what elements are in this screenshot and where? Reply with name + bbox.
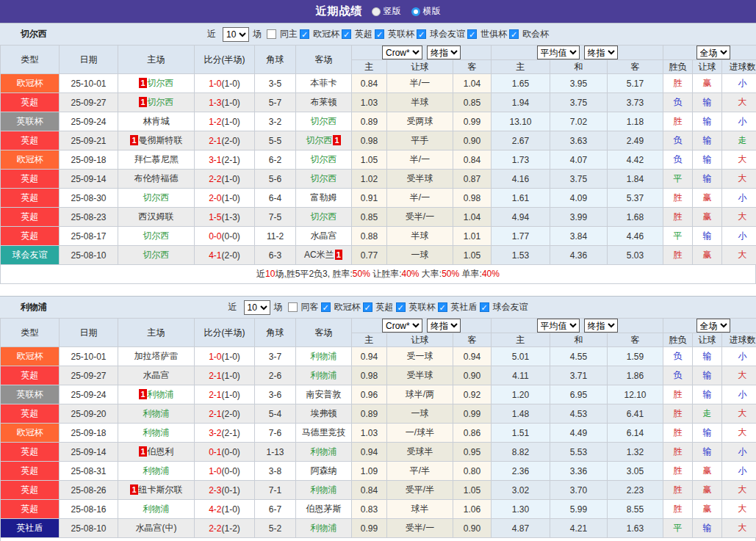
home-team-name[interactable]: 切尔西: [143, 230, 170, 241]
result-outcome: 胜: [663, 112, 693, 131]
home-team-name[interactable]: 切尔西: [143, 250, 170, 260]
away-team-name[interactable]: 切尔西: [311, 211, 337, 222]
odds-home: 1.03: [352, 93, 387, 112]
sub-col-header: 胜负: [663, 60, 693, 74]
home-team-name[interactable]: 加拉塔萨雷: [134, 351, 179, 361]
league-checkbox[interactable]: ✓: [321, 302, 331, 312]
away-team-name[interactable]: 利物浦: [311, 351, 337, 361]
odds-provider-select[interactable]: Crow*: [382, 319, 422, 333]
league-filter[interactable]: ✓英联杯: [375, 28, 414, 40]
radio-unselected-icon[interactable]: [411, 7, 420, 16]
home-team-name[interactable]: 利物浦: [148, 389, 174, 399]
home-team-name[interactable]: 利物浦: [143, 504, 170, 514]
away-team-name[interactable]: 利物浦: [311, 370, 337, 380]
away-team-name[interactable]: 切尔西: [311, 154, 337, 164]
league-filter[interactable]: ✓欧冠杯: [300, 28, 339, 40]
league-checkbox[interactable]: ✓: [467, 29, 477, 39]
home-team-name[interactable]: 西汉姆联: [139, 211, 174, 222]
away-team-name[interactable]: 布莱顿: [311, 97, 337, 107]
away-team: 切尔西1: [296, 131, 352, 150]
odds-provider-select[interactable]: Crow*: [382, 46, 422, 59]
league-filter[interactable]: ✓英超: [342, 28, 372, 40]
layout-radio-vertical[interactable]: 竖版: [372, 5, 401, 18]
away-team-name[interactable]: 利物浦: [311, 484, 337, 495]
corner-count: 3-7: [255, 347, 296, 366]
away-team-name[interactable]: 水晶宫: [311, 230, 337, 241]
avg-type-select[interactable]: 平均值: [537, 46, 580, 59]
league-filter[interactable]: ✓欧会杯: [509, 28, 549, 40]
avg-time-select[interactable]: 终指: [584, 46, 618, 59]
league-filter[interactable]: ✓英联杯: [396, 301, 436, 313]
league-checkbox[interactable]: ✓: [417, 29, 426, 39]
home-team-name[interactable]: 曼彻斯特联: [139, 135, 183, 145]
home-team-name[interactable]: 水晶宫(中): [136, 523, 177, 533]
league-filter[interactable]: ✓球会友谊: [417, 28, 465, 40]
league-filter[interactable]: ✓英超: [363, 301, 394, 313]
away-team-name[interactable]: 切尔西: [311, 116, 337, 126]
home-team-name[interactable]: 林肯城: [143, 116, 170, 126]
away-team-name[interactable]: 利物浦: [311, 523, 337, 533]
result-outcome: 负: [663, 150, 693, 170]
avg-type-select[interactable]: 平均值: [537, 319, 580, 333]
odds-time-select[interactable]: 终指: [427, 319, 461, 333]
league-checkbox[interactable]: ✓: [396, 302, 406, 312]
league-checkbox[interactable]: ✓: [375, 29, 384, 39]
avg-home: 1.51: [492, 424, 550, 443]
layout-radio-horizontal[interactable]: 横版: [411, 5, 441, 18]
near-label: 近: [228, 301, 237, 313]
away-team: 南安普敦: [296, 385, 352, 404]
league-checkbox[interactable]: ✓: [342, 29, 351, 39]
home-team-name[interactable]: 利物浦: [143, 408, 170, 418]
home-team-name[interactable]: 纽卡斯尔联: [139, 484, 183, 495]
same-venue-filter[interactable]: 同主: [267, 28, 298, 40]
league-filter[interactable]: ✓球会友谊: [480, 301, 528, 313]
away-team-name[interactable]: 利物浦: [311, 446, 337, 457]
match-count-select[interactable]: 10: [244, 300, 270, 315]
odds-home: 0.83: [352, 500, 387, 519]
result-goals: 小: [722, 189, 756, 208]
away-team-name[interactable]: AC米兰: [304, 250, 334, 260]
league-checkbox[interactable]: ✓: [438, 302, 447, 312]
full-score: 2-2: [209, 523, 221, 534]
odds-handicap: 半/一: [387, 189, 453, 208]
half-score: (1-0): [222, 371, 240, 381]
away-team-name[interactable]: 本菲卡: [311, 78, 337, 88]
league-checkbox[interactable]: ✓: [480, 302, 489, 312]
home-team-name[interactable]: 布伦特福德: [134, 173, 179, 184]
home-team-name[interactable]: 拜仁慕尼黑: [134, 154, 179, 164]
score: 1-3(1-0): [195, 93, 255, 112]
away-team-name[interactable]: 阿森纳: [311, 465, 337, 476]
same-venue-filter[interactable]: 同客: [288, 301, 319, 313]
home-team-name[interactable]: 切尔西: [148, 97, 174, 107]
away-team-name[interactable]: 伯恩茅斯: [306, 504, 342, 514]
league-filter[interactable]: ✓世俱杯: [467, 28, 507, 40]
avg-home: 4.11: [492, 366, 550, 385]
away-team-name[interactable]: 埃弗顿: [311, 408, 337, 418]
home-team-name[interactable]: 切尔西: [143, 192, 170, 203]
home-team-name[interactable]: 利物浦: [143, 465, 170, 476]
league-checkbox[interactable]: ✓: [363, 302, 372, 312]
league-checkbox[interactable]: ✓: [509, 29, 519, 39]
same-venue-checkbox[interactable]: [267, 29, 276, 39]
odds-time-select[interactable]: 终指: [427, 46, 461, 59]
home-team-name[interactable]: 切尔西: [148, 78, 174, 88]
corner-count: 5-5: [255, 131, 296, 150]
league-checkbox[interactable]: ✓: [300, 29, 309, 39]
away-team-name[interactable]: 切尔西: [311, 173, 337, 184]
period-select[interactable]: 全场: [696, 319, 730, 333]
home-team-name[interactable]: 利物浦: [143, 427, 170, 437]
home-team-name[interactable]: 水晶宫: [143, 370, 170, 380]
league-filter[interactable]: ✓英社盾: [438, 301, 478, 313]
away-team-name[interactable]: 富勒姆: [311, 192, 337, 203]
away-team-name[interactable]: 切尔西: [306, 135, 332, 145]
match-count-select[interactable]: 10: [223, 27, 249, 42]
home-team-name[interactable]: 伯恩利: [148, 446, 174, 457]
period-select[interactable]: 全场: [696, 46, 730, 59]
avg-time-select[interactable]: 终指: [584, 319, 618, 333]
odds-away: 0.87: [453, 170, 492, 189]
league-filter[interactable]: ✓欧冠杯: [321, 301, 361, 313]
away-team-name[interactable]: 南安普敦: [306, 389, 342, 399]
away-team-name[interactable]: 马德里竞技: [302, 427, 346, 437]
radio-selected-icon[interactable]: [372, 7, 381, 16]
same-venue-checkbox[interactable]: [288, 302, 298, 312]
